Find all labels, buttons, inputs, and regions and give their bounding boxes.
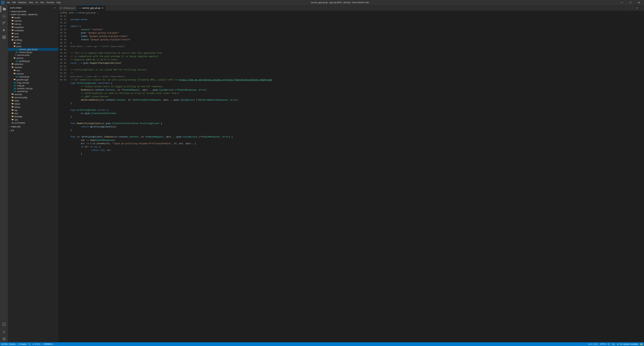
tree-item-label-tap: tap <box>14 109 18 111</box>
explorer-activity-icon[interactable] <box>1 6 8 12</box>
sidebar-more-button[interactable]: ··· <box>54 6 56 9</box>
tree-item-serviceconfig[interactable]: serviceconfig <box>8 96 58 99</box>
tree-item-label-status: status <box>14 103 20 105</box>
status-bar-left: ⊞ WSL: Ubuntu ⎇ master ↻ ⚠ 0 ⓧ 0 -- NORM… <box>1 343 54 346</box>
minimize-button[interactable]: ─ <box>618 0 626 5</box>
tree-item-resolver[interactable]: resolver <box>8 66 58 69</box>
line-ending[interactable]: LF <box>608 343 610 345</box>
search-activity-icon[interactable] <box>1 13 8 19</box>
split-editor-icon[interactable]: ⊟ <box>636 6 639 10</box>
menu-file[interactable]: File <box>6 1 11 4</box>
menu-run[interactable]: Run <box>40 1 45 4</box>
tree-item-timeline[interactable]: ▸TIMELINE <box>8 125 58 128</box>
tree-item-map_go[interactable]: ∞∞map.go <box>8 84 58 87</box>
tree-item-proto[interactable]: proto <box>8 45 58 48</box>
menu-help[interactable]: Help <box>56 1 62 4</box>
menu-edit[interactable]: Edit <box>11 1 17 4</box>
tree-item-tap[interactable]: tap <box>8 109 58 112</box>
language-mode[interactable]: Go <box>612 343 615 345</box>
tree-item-stats[interactable]: stats <box>8 99 58 102</box>
sidebar-header: EXPLORER ··· <box>8 5 58 10</box>
tree-item-reflection[interactable]: reflection <box>8 62 58 66</box>
cursor-position[interactable]: Ln 1, Col 1 <box>588 343 598 345</box>
tree-item-manual_go[interactable]: ∞∞manual.go <box>8 75 58 78</box>
tree-item-profiling[interactable]: profiling <box>8 38 58 41</box>
breadcrumb-profiling[interactable]: profiling <box>60 11 67 14</box>
tree-item-go_section[interactable]: ▸GO <box>8 129 58 132</box>
file-encoding[interactable]: UTF-8 <box>600 343 606 345</box>
tree-item-health[interactable]: health <box>8 16 58 19</box>
tab-service-grpc-close[interactable]: ✕ <box>102 7 104 9</box>
problems-indicator[interactable]: ⚠ 0 ⓧ 0 <box>32 343 40 346</box>
tree-item-metadata[interactable]: metadata <box>8 29 58 32</box>
svg-point-2 <box>3 24 3 24</box>
breadcrumb-proto[interactable]: proto <box>69 11 74 14</box>
remote-indicator[interactable]: ⊞ WSL: Ubuntu <box>1 343 16 345</box>
tree-item-label-stress: stress <box>14 106 20 108</box>
tree-item-service_grpc_pb_go[interactable]: ∞∞service_grpc.pb.go <box>8 48 58 51</box>
tree-item-keepalive[interactable]: keepalive <box>8 26 58 29</box>
tree-item-map_test_go[interactable]: ∞∞map_test.go <box>8 81 58 84</box>
tree-item-orca[interactable]: orca <box>8 32 58 35</box>
menu-terminal[interactable]: Terminal <box>46 1 55 4</box>
tree-item-status[interactable]: status <box>8 102 58 105</box>
accounts-activity-icon[interactable] <box>1 329 8 335</box>
breadcrumb-more[interactable]: ... <box>98 11 100 14</box>
go-file-icon: ∞∞ <box>16 60 18 62</box>
code-content[interactable]: package proto import ( context "context"… <box>68 14 644 342</box>
git-branch[interactable]: ⎇ master <box>18 343 27 345</box>
tree-item-test[interactable]: test <box>8 112 58 115</box>
grpc-go-header[interactable]: GRPC-GO [WSL: UBUNTU] <box>8 13 58 16</box>
tree-item-stress[interactable]: stress <box>8 105 58 109</box>
tree-item-peer[interactable]: peer <box>8 35 58 38</box>
tree-item-profiling_go[interactable]: ∞∞profiling.go <box>8 60 58 62</box>
tree-item-authors[interactable]: AUTHORS <box>8 121 58 125</box>
more-actions-icon[interactable]: ··· <box>640 6 643 10</box>
tree-item-security[interactable]: security <box>8 93 58 96</box>
tree-item-cmd[interactable]: cmd <box>8 41 58 45</box>
go-update[interactable]: ⚡ Go Update Available <box>617 343 638 345</box>
menu-selection[interactable]: Selection <box>17 1 27 4</box>
tree-item-resolver_go[interactable]: ∞∞resolver.go <box>8 90 58 93</box>
tree-item-internal[interactable]: internal <box>8 19 58 22</box>
close-button[interactable]: ✕ <box>635 0 643 5</box>
tree-item-manual[interactable]: manual <box>8 72 58 75</box>
folder-icon <box>12 96 14 99</box>
tree-item-service[interactable]: service <box>8 56 58 60</box>
tree-item-label-orca: orca <box>14 32 18 35</box>
folder-open-icon <box>14 72 16 75</box>
tree-item-service_pb_go[interactable]: ∞∞service.pb.go <box>8 51 58 54</box>
menu-go[interactable]: Go <box>34 1 39 4</box>
sync-icon[interactable]: ↻ <box>29 343 30 345</box>
breadcrumb-file[interactable]: service_grpc.pb.go <box>79 11 96 14</box>
tree-item-testdata[interactable]: testdata <box>8 115 58 118</box>
notifications-icon[interactable]: 🔔 <box>640 343 643 345</box>
breadcrumb-go-icon: ∞∞ <box>76 12 78 13</box>
tree-item-interop[interactable]: interop <box>8 22 58 26</box>
svg-rect-6 <box>2 36 4 37</box>
run-debug-activity-icon[interactable] <box>1 27 8 33</box>
tab-bar: { } settings.json ∞∞ service_grpc.pb.go … <box>58 5 644 11</box>
tree-item-label-serviceconfig: serviceconfig <box>14 96 27 99</box>
tree-item-service_proto[interactable]: Pservice.proto <box>8 54 58 56</box>
go-back-icon[interactable]: ← <box>627 6 631 10</box>
go-forward-icon[interactable]: → <box>632 6 635 10</box>
tree-item-xds[interactable]: xds <box>8 118 58 121</box>
tree-item-resolver_test_go[interactable]: ∞∞resolver_test.go <box>8 87 58 90</box>
tree-item-passthrough[interactable]: passthrough <box>8 78 58 81</box>
settings-activity-icon[interactable] <box>1 336 8 342</box>
tree-item-label-dns: dns <box>16 69 20 72</box>
grpc-go-chevron <box>10 14 10 15</box>
tab-settings-json[interactable]: { } settings.json <box>58 5 77 11</box>
open-editors-header[interactable]: OPEN EDITORS <box>8 10 58 13</box>
line-numbers: 20 21 22 23 24 25 26 27 28 29 30 31 32 3… <box>58 14 68 342</box>
svg-point-13 <box>12 122 12 123</box>
tab-service-grpc-pb-go[interactable]: ∞∞ service_grpc.pb.go ✕ <box>77 5 106 11</box>
extensions-activity-icon[interactable] <box>1 34 8 40</box>
tree-item-dns[interactable]: dns <box>8 69 58 72</box>
maximize-button[interactable]: □ <box>626 0 634 5</box>
menu-view[interactable]: View <box>28 1 34 4</box>
window-title: service_grpc.pb.go - grpc-go [WSL: Ubunt… <box>62 1 618 4</box>
remote-activity-icon[interactable] <box>1 321 8 328</box>
source-control-activity-icon[interactable] <box>1 20 8 26</box>
